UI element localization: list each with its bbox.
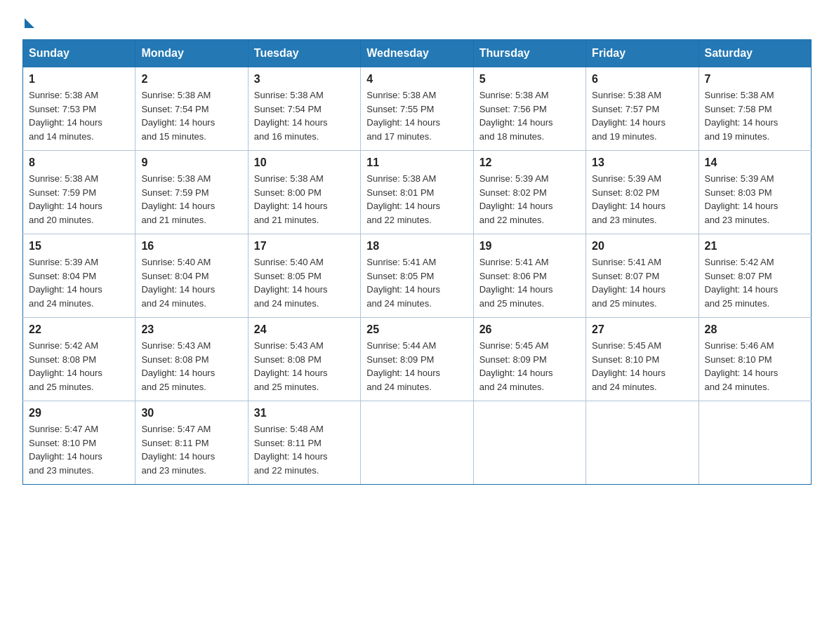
day-number: 15 bbox=[29, 240, 129, 253]
calendar-day-cell: 29 Sunrise: 5:47 AMSunset: 8:10 PMDaylig… bbox=[23, 401, 135, 485]
day-info: Sunrise: 5:41 AMSunset: 8:06 PMDaylight:… bbox=[479, 257, 553, 309]
day-number: 16 bbox=[141, 240, 241, 253]
calendar-day-cell: 6 Sunrise: 5:38 AMSunset: 7:57 PMDayligh… bbox=[586, 67, 699, 151]
day-info: Sunrise: 5:43 AMSunset: 8:08 PMDaylight:… bbox=[254, 340, 328, 392]
day-info: Sunrise: 5:38 AMSunset: 8:01 PMDaylight:… bbox=[366, 173, 440, 225]
day-info: Sunrise: 5:38 AMSunset: 7:53 PMDaylight:… bbox=[29, 90, 102, 142]
day-number: 13 bbox=[592, 156, 692, 169]
calendar-day-cell: 28 Sunrise: 5:46 AMSunset: 8:10 PMDaylig… bbox=[699, 318, 811, 401]
day-number: 30 bbox=[141, 407, 241, 420]
calendar-day-cell: 15 Sunrise: 5:39 AMSunset: 8:04 PMDaylig… bbox=[23, 234, 135, 318]
day-info: Sunrise: 5:48 AMSunset: 8:11 PMDaylight:… bbox=[254, 424, 328, 476]
calendar-day-cell: 24 Sunrise: 5:43 AMSunset: 8:08 PMDaylig… bbox=[248, 318, 360, 401]
day-info: Sunrise: 5:42 AMSunset: 8:08 PMDaylight:… bbox=[29, 340, 102, 392]
day-number: 11 bbox=[366, 156, 467, 169]
calendar-day-cell bbox=[699, 401, 811, 485]
calendar-day-cell: 16 Sunrise: 5:40 AMSunset: 8:04 PMDaylig… bbox=[135, 234, 248, 318]
day-number: 21 bbox=[705, 240, 805, 253]
calendar-day-cell: 9 Sunrise: 5:38 AMSunset: 7:59 PMDayligh… bbox=[135, 151, 248, 234]
calendar-day-cell: 13 Sunrise: 5:39 AMSunset: 8:02 PMDaylig… bbox=[586, 151, 699, 234]
day-info: Sunrise: 5:47 AMSunset: 8:10 PMDaylight:… bbox=[29, 424, 102, 476]
calendar-day-cell: 30 Sunrise: 5:47 AMSunset: 8:11 PMDaylig… bbox=[135, 401, 248, 485]
day-number: 7 bbox=[705, 73, 805, 86]
day-number: 20 bbox=[592, 240, 692, 253]
day-of-week-header: Wednesday bbox=[361, 40, 473, 67]
calendar-day-cell bbox=[361, 401, 473, 485]
calendar-week-row: 29 Sunrise: 5:47 AMSunset: 8:10 PMDaylig… bbox=[23, 401, 812, 485]
day-info: Sunrise: 5:38 AMSunset: 7:58 PMDaylight:… bbox=[705, 90, 779, 142]
day-info: Sunrise: 5:39 AMSunset: 8:04 PMDaylight:… bbox=[29, 257, 102, 309]
day-info: Sunrise: 5:47 AMSunset: 8:11 PMDaylight:… bbox=[141, 424, 215, 476]
day-number: 22 bbox=[29, 323, 129, 336]
day-number: 31 bbox=[254, 407, 355, 420]
day-info: Sunrise: 5:45 AMSunset: 8:09 PMDaylight:… bbox=[479, 340, 553, 392]
day-info: Sunrise: 5:39 AMSunset: 8:02 PMDaylight:… bbox=[479, 173, 553, 225]
day-number: 19 bbox=[479, 240, 580, 253]
day-info: Sunrise: 5:44 AMSunset: 8:09 PMDaylight:… bbox=[366, 340, 440, 392]
calendar-header-row: SundayMondayTuesdayWednesdayThursdayFrid… bbox=[23, 40, 812, 67]
day-number: 24 bbox=[254, 323, 355, 336]
day-info: Sunrise: 5:38 AMSunset: 7:54 PMDaylight:… bbox=[254, 90, 328, 142]
day-info: Sunrise: 5:38 AMSunset: 7:59 PMDaylight:… bbox=[29, 173, 102, 225]
calendar-day-cell: 17 Sunrise: 5:40 AMSunset: 8:05 PMDaylig… bbox=[248, 234, 360, 318]
page-header bbox=[22, 17, 812, 28]
day-number: 18 bbox=[366, 240, 467, 253]
calendar-day-cell bbox=[586, 401, 699, 485]
day-info: Sunrise: 5:43 AMSunset: 8:08 PMDaylight:… bbox=[141, 340, 215, 392]
day-info: Sunrise: 5:41 AMSunset: 8:05 PMDaylight:… bbox=[366, 257, 440, 309]
calendar-day-cell: 5 Sunrise: 5:38 AMSunset: 7:56 PMDayligh… bbox=[473, 67, 585, 151]
day-number: 4 bbox=[366, 73, 467, 86]
day-of-week-header: Thursday bbox=[473, 40, 585, 67]
calendar-day-cell: 21 Sunrise: 5:42 AMSunset: 8:07 PMDaylig… bbox=[699, 234, 811, 318]
day-info: Sunrise: 5:38 AMSunset: 7:55 PMDaylight:… bbox=[366, 90, 440, 142]
calendar-day-cell: 11 Sunrise: 5:38 AMSunset: 8:01 PMDaylig… bbox=[361, 151, 473, 234]
day-number: 27 bbox=[592, 323, 692, 336]
day-number: 9 bbox=[141, 156, 241, 169]
day-info: Sunrise: 5:38 AMSunset: 7:59 PMDaylight:… bbox=[141, 173, 215, 225]
calendar-week-row: 22 Sunrise: 5:42 AMSunset: 8:08 PMDaylig… bbox=[23, 318, 812, 401]
day-number: 3 bbox=[254, 73, 355, 86]
day-number: 23 bbox=[141, 323, 241, 336]
calendar-day-cell: 26 Sunrise: 5:45 AMSunset: 8:09 PMDaylig… bbox=[473, 318, 585, 401]
day-info: Sunrise: 5:46 AMSunset: 8:10 PMDaylight:… bbox=[705, 340, 779, 392]
calendar-day-cell: 23 Sunrise: 5:43 AMSunset: 8:08 PMDaylig… bbox=[135, 318, 248, 401]
day-info: Sunrise: 5:38 AMSunset: 7:57 PMDaylight:… bbox=[592, 90, 666, 142]
day-info: Sunrise: 5:40 AMSunset: 8:04 PMDaylight:… bbox=[141, 257, 215, 309]
calendar-table: SundayMondayTuesdayWednesdayThursdayFrid… bbox=[22, 39, 812, 485]
day-info: Sunrise: 5:41 AMSunset: 8:07 PMDaylight:… bbox=[592, 257, 666, 309]
calendar-day-cell bbox=[473, 401, 585, 485]
calendar-day-cell: 12 Sunrise: 5:39 AMSunset: 8:02 PMDaylig… bbox=[473, 151, 585, 234]
day-number: 26 bbox=[479, 323, 580, 336]
day-number: 8 bbox=[29, 156, 129, 169]
calendar-day-cell: 10 Sunrise: 5:38 AMSunset: 8:00 PMDaylig… bbox=[248, 151, 360, 234]
calendar-day-cell: 7 Sunrise: 5:38 AMSunset: 7:58 PMDayligh… bbox=[699, 67, 811, 151]
calendar-day-cell: 8 Sunrise: 5:38 AMSunset: 7:59 PMDayligh… bbox=[23, 151, 135, 234]
day-number: 6 bbox=[592, 73, 692, 86]
day-number: 12 bbox=[479, 156, 580, 169]
day-number: 14 bbox=[705, 156, 805, 169]
calendar-week-row: 8 Sunrise: 5:38 AMSunset: 7:59 PMDayligh… bbox=[23, 151, 812, 234]
day-info: Sunrise: 5:38 AMSunset: 8:00 PMDaylight:… bbox=[254, 173, 328, 225]
day-number: 25 bbox=[366, 323, 467, 336]
day-number: 17 bbox=[254, 240, 355, 253]
calendar-week-row: 1 Sunrise: 5:38 AMSunset: 7:53 PMDayligh… bbox=[23, 67, 812, 151]
calendar-day-cell: 25 Sunrise: 5:44 AMSunset: 8:09 PMDaylig… bbox=[361, 318, 473, 401]
day-of-week-header: Monday bbox=[135, 40, 248, 67]
day-info: Sunrise: 5:40 AMSunset: 8:05 PMDaylight:… bbox=[254, 257, 328, 309]
calendar-day-cell: 22 Sunrise: 5:42 AMSunset: 8:08 PMDaylig… bbox=[23, 318, 135, 401]
day-of-week-header: Sunday bbox=[23, 40, 135, 67]
day-of-week-header: Tuesday bbox=[248, 40, 360, 67]
calendar-day-cell: 27 Sunrise: 5:45 AMSunset: 8:10 PMDaylig… bbox=[586, 318, 699, 401]
day-info: Sunrise: 5:39 AMSunset: 8:03 PMDaylight:… bbox=[705, 173, 779, 225]
calendar-day-cell: 1 Sunrise: 5:38 AMSunset: 7:53 PMDayligh… bbox=[23, 67, 135, 151]
day-of-week-header: Friday bbox=[586, 40, 699, 67]
day-number: 5 bbox=[479, 73, 580, 86]
day-info: Sunrise: 5:38 AMSunset: 7:54 PMDaylight:… bbox=[141, 90, 215, 142]
calendar-day-cell: 19 Sunrise: 5:41 AMSunset: 8:06 PMDaylig… bbox=[473, 234, 585, 318]
day-info: Sunrise: 5:42 AMSunset: 8:07 PMDaylight:… bbox=[705, 257, 779, 309]
day-info: Sunrise: 5:39 AMSunset: 8:02 PMDaylight:… bbox=[592, 173, 666, 225]
day-number: 28 bbox=[705, 323, 805, 336]
day-number: 10 bbox=[254, 156, 355, 169]
day-number: 2 bbox=[141, 73, 241, 86]
logo-arrow-icon bbox=[25, 18, 34, 28]
